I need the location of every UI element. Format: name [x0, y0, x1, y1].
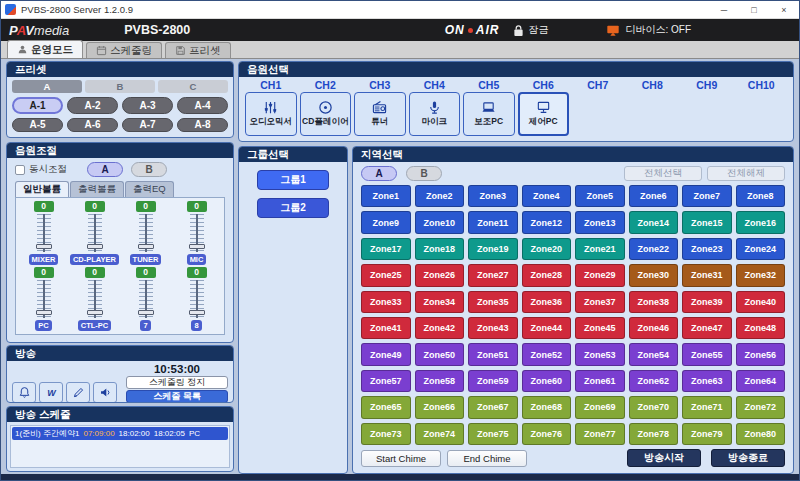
zone-button[interactable]: Zone23: [682, 238, 732, 260]
zone-button[interactable]: Zone60: [522, 370, 572, 392]
zone-button[interactable]: Zone67: [468, 396, 518, 418]
zone-button[interactable]: Zone79: [682, 423, 732, 445]
group-button-1[interactable]: 그룹1: [257, 170, 329, 190]
slider-track[interactable]: [33, 280, 55, 318]
zone-button[interactable]: Zone24: [736, 238, 786, 260]
preset-button-a-3[interactable]: A-3: [122, 97, 173, 114]
maximize-button[interactable]: □: [739, 1, 769, 19]
zone-button[interactable]: Zone21: [575, 238, 625, 260]
bell-button[interactable]: [12, 382, 36, 403]
preset-bank-c[interactable]: C: [158, 80, 228, 93]
zone-button[interactable]: Zone15: [682, 211, 732, 233]
broadcast-end-button[interactable]: 방송종료: [711, 449, 785, 467]
zone-button[interactable]: Zone17: [361, 238, 411, 260]
zone-button[interactable]: Zone28: [522, 264, 572, 286]
slider-track[interactable]: [33, 214, 55, 252]
zone-button[interactable]: Zone37: [575, 291, 625, 313]
zone-button[interactable]: Zone77: [575, 423, 625, 445]
zone-button[interactable]: Zone11: [468, 211, 518, 233]
close-button[interactable]: ×: [769, 1, 799, 19]
zone-button[interactable]: Zone42: [415, 317, 465, 339]
end-chime-button[interactable]: End Chime: [447, 450, 527, 467]
preset-button-a-5[interactable]: A-5: [12, 118, 63, 133]
zone-button[interactable]: Zone76: [522, 423, 572, 445]
zone-button[interactable]: Zone16: [736, 211, 786, 233]
zone-button[interactable]: Zone35: [468, 291, 518, 313]
zone-button[interactable]: Zone12: [522, 211, 572, 233]
minimize-button[interactable]: ─: [709, 1, 739, 19]
zone-button[interactable]: Zone10: [415, 211, 465, 233]
slider-track[interactable]: [84, 214, 106, 252]
start-chime-button[interactable]: Start Chime: [361, 450, 441, 467]
zone-button[interactable]: Zone30: [629, 264, 679, 286]
tab-output-volume[interactable]: 출력볼륨: [70, 181, 124, 197]
volume-bank-b-button[interactable]: B: [131, 162, 167, 177]
zone-button[interactable]: Zone70: [629, 396, 679, 418]
source-button-ch5[interactable]: 보조PC: [463, 92, 515, 136]
zone-button[interactable]: Zone39: [682, 291, 732, 313]
preset-bank-b[interactable]: B: [85, 80, 155, 93]
source-button-ch2[interactable]: CD플레이어: [300, 92, 352, 136]
zone-button[interactable]: Zone44: [522, 317, 572, 339]
zone-button[interactable]: Zone38: [629, 291, 679, 313]
slider-thumb[interactable]: [138, 244, 154, 249]
zone-button[interactable]: Zone63: [682, 370, 732, 392]
schedule-stop-button[interactable]: 스케줄링 정지: [126, 376, 228, 389]
zone-button[interactable]: Zone65: [361, 396, 411, 418]
zone-button[interactable]: Zone71: [682, 396, 732, 418]
tab-preset[interactable]: 프리셋: [165, 42, 231, 58]
zone-button[interactable]: Zone20: [522, 238, 572, 260]
zone-button[interactable]: Zone58: [415, 370, 465, 392]
sync-checkbox[interactable]: [15, 165, 25, 175]
zone-button[interactable]: Zone51: [468, 343, 518, 365]
tab-scheduling[interactable]: 스케줄링: [86, 42, 162, 58]
tab-general-volume[interactable]: 일반볼륨: [15, 181, 69, 197]
zone-button[interactable]: Zone14: [629, 211, 679, 233]
slider-track[interactable]: [135, 214, 157, 252]
zone-button[interactable]: Zone50: [415, 343, 465, 365]
broadcast-start-button[interactable]: 방송시작: [627, 449, 701, 467]
zone-button[interactable]: Zone48: [736, 317, 786, 339]
zone-button[interactable]: Zone69: [575, 396, 625, 418]
slider-track[interactable]: [186, 280, 208, 318]
schedule-list-button[interactable]: 스케줄 목록: [126, 390, 228, 403]
schedule-entry[interactable]: 1(준비) 주간예약1 07:09:00 18:02:00 18:02:05 P…: [12, 427, 228, 440]
zone-button[interactable]: Zone56: [736, 343, 786, 365]
zone-button[interactable]: Zone33: [361, 291, 411, 313]
zone-button[interactable]: Zone61: [575, 370, 625, 392]
slider-thumb[interactable]: [189, 310, 205, 315]
zone-button[interactable]: Zone55: [682, 343, 732, 365]
zone-bank-b-button[interactable]: B: [406, 166, 442, 181]
zone-button[interactable]: Zone73: [361, 423, 411, 445]
zone-button[interactable]: Zone68: [522, 396, 572, 418]
preset-button-a-2[interactable]: A-2: [67, 97, 118, 114]
zone-button[interactable]: Zone9: [361, 211, 411, 233]
zone-button[interactable]: Zone46: [629, 317, 679, 339]
zone-button[interactable]: Zone75: [468, 423, 518, 445]
zone-button[interactable]: Zone41: [361, 317, 411, 339]
tab-operation-mode[interactable]: 운영모드: [7, 40, 83, 58]
slider-thumb[interactable]: [36, 244, 52, 249]
zone-button[interactable]: Zone53: [575, 343, 625, 365]
zone-button[interactable]: Zone47: [682, 317, 732, 339]
preset-button-a-6[interactable]: A-6: [67, 118, 118, 133]
zone-button[interactable]: Zone7: [682, 185, 732, 207]
zone-button[interactable]: Zone5: [575, 185, 625, 207]
zone-button[interactable]: Zone36: [522, 291, 572, 313]
tab-output-eq[interactable]: 출력EQ: [125, 181, 174, 197]
slider-track[interactable]: [135, 280, 157, 318]
zone-button[interactable]: Zone29: [575, 264, 625, 286]
group-button-2[interactable]: 그룹2: [257, 198, 329, 218]
zone-button[interactable]: Zone78: [629, 423, 679, 445]
preset-button-a-4[interactable]: A-4: [177, 97, 228, 114]
zone-button[interactable]: Zone27: [468, 264, 518, 286]
zone-button[interactable]: Zone66: [415, 396, 465, 418]
zone-button[interactable]: Zone54: [629, 343, 679, 365]
zone-button[interactable]: Zone3: [468, 185, 518, 207]
zone-button[interactable]: Zone22: [629, 238, 679, 260]
select-all-button[interactable]: 전체선택: [624, 166, 702, 181]
slider-track[interactable]: [186, 214, 208, 252]
source-button-ch4[interactable]: 마이크: [409, 92, 461, 136]
zone-button[interactable]: Zone64: [736, 370, 786, 392]
tts-w-button[interactable]: W: [39, 382, 63, 403]
